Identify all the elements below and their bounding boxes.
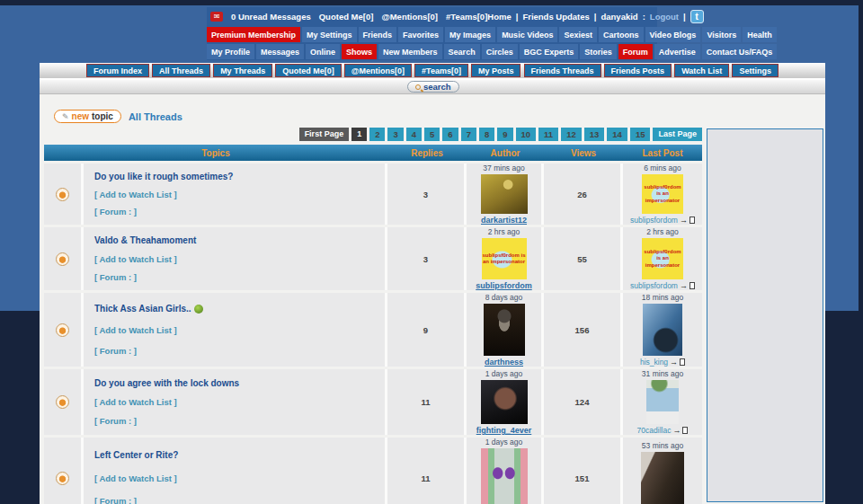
- forum-link[interactable]: [ Forum : ]: [94, 207, 385, 217]
- teams-button[interactable]: #Teams[0]: [414, 64, 468, 77]
- goto-last-post-icon[interactable]: [680, 358, 685, 366]
- add-to-watch-list-link[interactable]: [ Add to Watch List ]: [94, 473, 385, 483]
- page-button[interactable]: 14: [607, 128, 627, 141]
- nav-contact-us[interactable]: Contact Us/FAQs: [702, 44, 778, 59]
- nav-forum[interactable]: Forum: [618, 44, 653, 59]
- nav-bgc-experts[interactable]: BGC Experts: [520, 44, 579, 59]
- page-button[interactable]: 10: [516, 128, 537, 141]
- nav-favorites[interactable]: Favorites: [398, 27, 443, 42]
- thread-title-link[interactable]: Valdo & Theahamoment: [94, 235, 385, 245]
- forum-index-button[interactable]: Forum Index: [86, 64, 149, 77]
- author-username-link[interactable]: darkartist12: [481, 216, 527, 225]
- page-1-current[interactable]: 1: [351, 128, 367, 141]
- thread-title-link[interactable]: Do you like it rough sometimes?: [94, 172, 385, 181]
- page-button[interactable]: 6: [442, 128, 458, 141]
- nav-premium-membership[interactable]: Premium Membership: [207, 27, 300, 42]
- page-button[interactable]: 5: [424, 128, 440, 141]
- nav-messages[interactable]: Messages: [256, 44, 304, 59]
- forum-link[interactable]: [ Forum : ]: [94, 416, 385, 426]
- add-to-watch-list-link[interactable]: [ Add to Watch List ]: [94, 325, 385, 335]
- forum-link[interactable]: [ Forum : ]: [94, 272, 385, 282]
- nav-health[interactable]: Health: [743, 27, 777, 42]
- search-button[interactable]: search: [407, 81, 459, 93]
- author-username-link[interactable]: sublipsfordom: [476, 281, 532, 290]
- watch-list-button[interactable]: Watch List: [674, 64, 729, 77]
- nav-my-profile[interactable]: My Profile: [207, 44, 254, 59]
- goto-last-post-icon[interactable]: →: [680, 217, 688, 225]
- add-to-watch-list-link[interactable]: [ Add to Watch List ]: [94, 254, 385, 264]
- page-button[interactable]: 13: [584, 128, 605, 141]
- page-button[interactable]: 11: [538, 128, 558, 141]
- nav-music-videos[interactable]: Music Videos: [497, 27, 557, 42]
- last-post-avatar[interactable]: sublipsf0rdom is an impersonator: [642, 174, 683, 214]
- last-post-username-link[interactable]: sublipsfordom: [630, 216, 678, 225]
- nav-shows[interactable]: Shows: [342, 44, 377, 59]
- last-page-button[interactable]: Last Page: [653, 128, 702, 141]
- thread-title-link[interactable]: Left Center or Rite?: [94, 450, 385, 460]
- my-posts-button[interactable]: My Posts: [471, 64, 521, 77]
- goto-last-post-icon[interactable]: →: [670, 358, 678, 367]
- friends-posts-button[interactable]: Friends Posts: [604, 64, 672, 77]
- last-post-avatar[interactable]: [643, 304, 682, 356]
- nav-cartoons[interactable]: Cartoons: [599, 27, 644, 42]
- nav-video-blogs[interactable]: Video Blogs: [645, 27, 701, 42]
- nav-sexiest[interactable]: Sexiest: [559, 27, 597, 42]
- unread-messages-link[interactable]: 0 Unread Messages: [231, 12, 311, 22]
- page-button[interactable]: 7: [461, 128, 476, 141]
- author-username-link[interactable]: darthness: [485, 358, 523, 367]
- last-post-username-link[interactable]: his_king: [640, 358, 668, 367]
- page-button[interactable]: 8: [479, 128, 494, 141]
- author-avatar[interactable]: [484, 304, 525, 356]
- last-post-avatar[interactable]: [641, 452, 684, 504]
- nav-online[interactable]: Online: [306, 44, 340, 59]
- forum-link[interactable]: [ Forum : ]: [94, 346, 385, 356]
- settings-button[interactable]: Settings: [732, 64, 778, 77]
- nav-visitors[interactable]: Visitors: [702, 27, 741, 42]
- nav-circles[interactable]: Circles: [482, 44, 518, 59]
- first-page-button[interactable]: First Page: [299, 128, 350, 141]
- nav-new-members[interactable]: New Members: [378, 44, 442, 59]
- goto-last-post-icon[interactable]: [682, 427, 688, 434]
- page-button[interactable]: 12: [561, 128, 582, 141]
- goto-last-post-icon[interactable]: [690, 282, 695, 289]
- last-post-username-link[interactable]: 70cadillac: [637, 426, 672, 435]
- goto-last-post-icon[interactable]: [690, 217, 695, 224]
- thread-title-link[interactable]: Do you agree with the lock downs: [94, 378, 385, 388]
- last-post-username-link[interactable]: sublipsfordom: [630, 281, 678, 290]
- twitter-icon[interactable]: t: [690, 10, 704, 23]
- new-topic-button[interactable]: ✎ newtopic: [54, 110, 121, 123]
- forum-link[interactable]: [ Forum : ]: [94, 496, 385, 504]
- page-button[interactable]: 4: [406, 128, 422, 141]
- quoted-me-link[interactable]: Quoted Me[0]: [319, 12, 374, 22]
- mentions-button[interactable]: @Mentions[0]: [344, 64, 412, 77]
- goto-last-post-icon[interactable]: →: [672, 427, 681, 435]
- nav-stories[interactable]: Stories: [580, 44, 617, 59]
- author-avatar[interactable]: sublipsf0rdom is an impersonator: [482, 238, 527, 279]
- all-threads-button[interactable]: All Threads: [152, 64, 210, 77]
- nav-advertise[interactable]: Advertise: [654, 44, 700, 59]
- my-threads-button[interactable]: My Threads: [213, 64, 272, 77]
- page-button[interactable]: 2: [369, 128, 385, 141]
- home-link[interactable]: Home: [487, 12, 511, 22]
- friends-updates-link[interactable]: Friends Updates: [522, 12, 589, 22]
- mentions-link[interactable]: @Mentions[0]: [381, 12, 438, 22]
- author-avatar[interactable]: [481, 380, 528, 424]
- nav-my-settings[interactable]: My Settings: [302, 27, 357, 42]
- add-to-watch-list-link[interactable]: [ Add to Watch List ]: [94, 397, 385, 407]
- nav-friends[interactable]: Friends: [359, 27, 397, 42]
- author-avatar[interactable]: [481, 448, 528, 504]
- goto-last-post-icon[interactable]: →: [680, 282, 688, 290]
- teams-link[interactable]: #Teams[0]: [446, 12, 487, 22]
- author-avatar[interactable]: [481, 174, 528, 214]
- add-to-watch-list-link[interactable]: [ Add to Watch List ]: [94, 190, 385, 199]
- thread-title-link[interactable]: Thick Ass Asian Girls..: [94, 304, 385, 314]
- nav-search[interactable]: Search: [444, 44, 480, 59]
- last-post-avatar[interactable]: [646, 380, 679, 424]
- page-button[interactable]: 9: [497, 128, 512, 141]
- nav-my-images[interactable]: My Images: [445, 27, 495, 42]
- envelope-icon[interactable]: ✉: [210, 12, 223, 22]
- friends-threads-button[interactable]: Friends Threads: [524, 64, 601, 77]
- page-button[interactable]: 15: [630, 128, 651, 141]
- author-username-link[interactable]: fighting_4ever: [476, 426, 532, 435]
- last-post-avatar[interactable]: sublipsf0rdom is an impersonator: [642, 238, 683, 279]
